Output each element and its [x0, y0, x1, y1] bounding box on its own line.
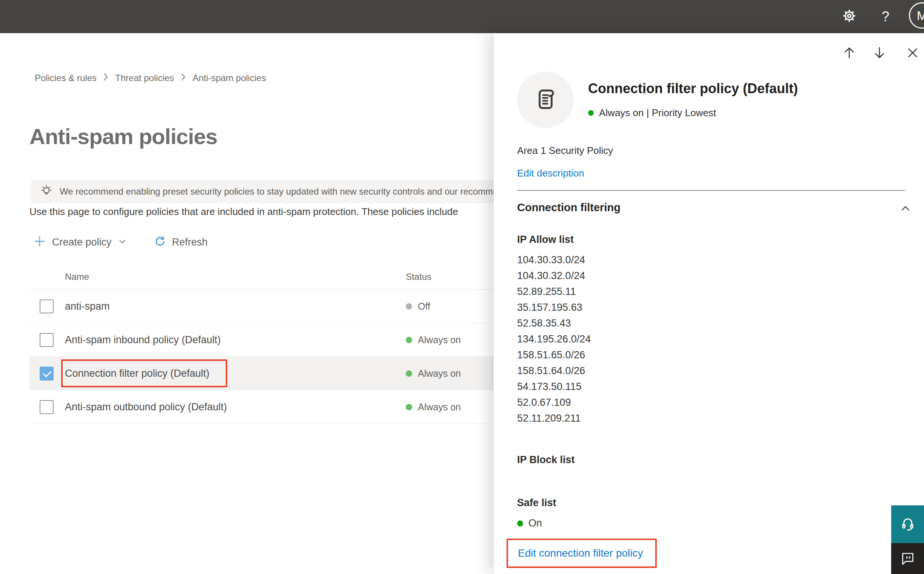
table-row[interactable]: anti-spam Off: [29, 290, 494, 323]
ip-entry: 54.173.50.115: [517, 378, 591, 394]
previous-item-button[interactable]: [840, 44, 858, 63]
ip-entry: 158.51.64.0/26: [517, 363, 591, 378]
breadcrumb: Policies & rules Threat policies Anti-sp…: [35, 73, 266, 84]
headset-icon: [899, 514, 917, 534]
safe-list-title: Safe list: [517, 497, 556, 509]
help-button[interactable]: ?: [876, 7, 895, 27]
ip-allow-list-title: IP Allow list: [517, 234, 574, 246]
breadcrumb-anti-spam-policies[interactable]: Anti-spam policies: [193, 73, 266, 84]
table-row-selected[interactable]: Connection filter policy (Default) Alway…: [29, 357, 494, 390]
section-title: Connection filtering: [517, 201, 620, 214]
gear-icon: [842, 9, 856, 25]
status-dot: [517, 520, 523, 527]
flyout-title: Connection filter policy (Default): [588, 81, 905, 96]
ip-entry: 35.157.195.63: [517, 300, 591, 315]
breadcrumb-threat-policies[interactable]: Threat policies: [115, 73, 174, 84]
safe-list-status-label: On: [528, 517, 542, 529]
status-cell: Always on: [406, 390, 461, 424]
table-row[interactable]: Anti-spam outbound policy (Default) Alwa…: [29, 390, 494, 424]
edit-description-link[interactable]: Edit description: [517, 167, 584, 179]
ip-entry: 52.58.35.43: [517, 315, 591, 331]
chevron-right-icon: [103, 73, 109, 84]
table-header: Name Status: [29, 264, 494, 290]
policy-description: Area 1 Security Policy: [517, 145, 613, 156]
row-checkbox[interactable]: [40, 333, 54, 347]
status-cell: Always on: [406, 357, 461, 390]
feedback-icon: [899, 549, 916, 568]
status-dot: [406, 303, 412, 310]
status-label: Off: [418, 301, 430, 312]
row-checkbox[interactable]: [40, 400, 54, 414]
create-policy-button[interactable]: Create policy: [33, 235, 127, 249]
ip-entry: 104.30.32.0/24: [517, 268, 591, 284]
status-cell: Always on: [406, 323, 461, 357]
policy-name: Anti-spam inbound policy (Default): [65, 323, 221, 357]
policy-details-flyout: Connection filter policy (Default) Alway…: [494, 33, 924, 574]
status-label: Always on: [418, 402, 461, 413]
ip-entry: 134.195.26.0/24: [517, 331, 591, 347]
refresh-button[interactable]: Refresh: [154, 235, 208, 249]
flyout-status: Always on | Priority Lowest: [588, 107, 716, 119]
status-label: Always on: [418, 368, 461, 379]
ip-entry: 52.0.67.109: [517, 394, 591, 410]
recommendation-banner: We recommend enabling preset security po…: [31, 180, 494, 203]
next-item-button[interactable]: [870, 44, 889, 63]
arrow-up-icon: [842, 46, 856, 62]
question-mark-icon: ?: [882, 9, 889, 25]
plus-icon: [33, 235, 46, 249]
chevron-right-icon: [180, 73, 187, 84]
chevron-up-icon: [900, 203, 911, 216]
breadcrumb-policies-rules[interactable]: Policies & rules: [35, 73, 97, 84]
status-label: Always on: [418, 334, 461, 345]
avatar-initial: M: [917, 8, 924, 23]
create-policy-label: Create policy: [52, 237, 112, 248]
banner-text: We recommend enabling preset security po…: [60, 186, 494, 197]
lightbulb-icon: [39, 184, 54, 200]
ip-entry: 52.89.255.11: [517, 284, 591, 300]
chevron-down-icon: [118, 237, 127, 248]
support-button[interactable]: [891, 505, 924, 543]
status-dot: [406, 371, 412, 377]
policy-scroll-icon: [532, 86, 559, 114]
intro-text: Use this page to configure policies that…: [29, 206, 494, 218]
ip-entry: 104.30.33.0/24: [517, 252, 591, 268]
ip-entry: 52.11.209.211: [517, 410, 591, 426]
screen: ? M Policies & rules Threat policies Ant…: [0, 0, 924, 574]
highlight-box: Edit connection filter policy: [506, 539, 657, 568]
top-bar: ? M: [0, 0, 924, 33]
page-title: Anti-spam policies: [29, 124, 217, 149]
status-dot: [588, 110, 594, 116]
ip-entry: 158.51.65.0/26: [517, 347, 591, 363]
policy-table: Name Status anti-spam Off Anti-spam inbo…: [29, 264, 494, 424]
status-dot: [406, 404, 412, 410]
command-bar: Create policy Refresh: [33, 233, 207, 251]
feedback-button[interactable]: [891, 543, 924, 574]
policy-name: Anti-spam outbound policy (Default): [65, 390, 227, 424]
edit-connection-filter-policy-link[interactable]: Edit connection filter policy: [518, 547, 643, 559]
column-header-name[interactable]: Name: [65, 271, 89, 282]
refresh-label: Refresh: [172, 237, 208, 248]
close-flyout-button[interactable]: [903, 44, 922, 63]
policy-badge: [517, 72, 574, 128]
policy-name: anti-spam: [65, 290, 110, 323]
status-cell: Off: [406, 290, 430, 323]
safe-list-status: On: [517, 517, 542, 529]
close-icon: [906, 46, 919, 61]
flyout-nav: [494, 44, 924, 63]
settings-button[interactable]: [839, 7, 859, 27]
status-dot: [406, 337, 412, 343]
divider: [517, 190, 905, 191]
table-row[interactable]: Anti-spam inbound policy (Default) Alway…: [29, 323, 494, 357]
refresh-icon: [154, 235, 166, 249]
account-avatar[interactable]: M: [909, 2, 924, 29]
ip-block-list-title: IP Block list: [517, 454, 575, 466]
row-checkbox[interactable]: [40, 367, 54, 380]
section-connection-filtering[interactable]: Connection filtering: [517, 201, 905, 214]
row-checkbox[interactable]: [40, 300, 54, 314]
column-header-status[interactable]: Status: [406, 271, 432, 282]
ip-allow-list: 104.30.33.0/24 104.30.32.0/24 52.89.255.…: [517, 252, 591, 426]
highlight-box: [61, 360, 227, 387]
flyout-status-text: Always on | Priority Lowest: [599, 107, 716, 119]
arrow-down-icon: [872, 46, 887, 62]
